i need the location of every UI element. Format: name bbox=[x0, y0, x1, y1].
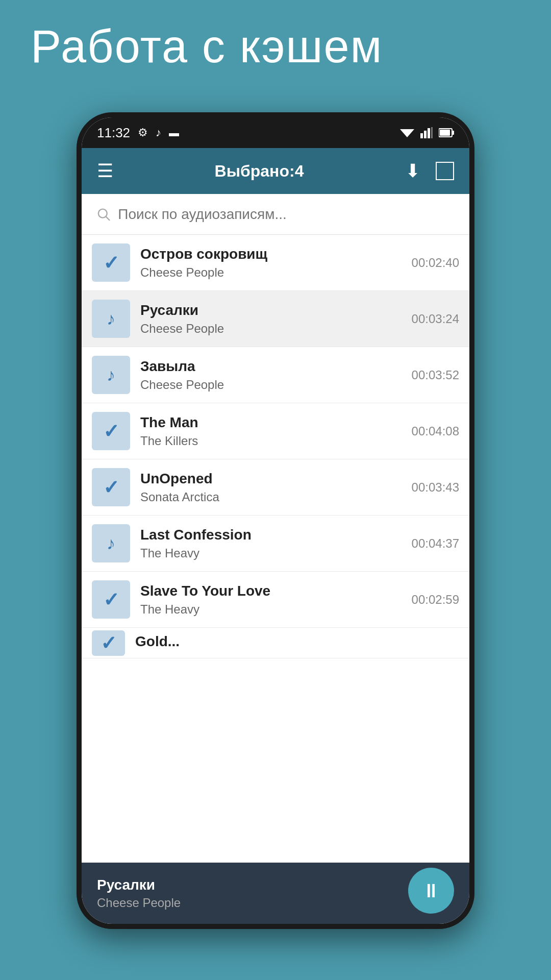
search-icon bbox=[97, 207, 110, 222]
check-icon-4: ✓ bbox=[103, 420, 119, 443]
track-thumb-7: ✓ bbox=[92, 580, 130, 619]
search-bar[interactable] bbox=[82, 194, 469, 235]
track-name-3: Завыла bbox=[140, 358, 407, 375]
track-list: ✓ Остров сокровищ Cheese People 00:02:40… bbox=[82, 235, 469, 863]
check-icon-8: ✓ bbox=[101, 632, 117, 654]
check-icon-7: ✓ bbox=[103, 589, 119, 611]
track-name-8: Gold... bbox=[135, 633, 459, 650]
track-item[interactable]: ♪ Last Confession The Heavy 00:04:37 bbox=[82, 516, 469, 572]
player-bar: Русалки Cheese People ⏸ bbox=[82, 863, 469, 924]
track-info-6: Last Confession The Heavy bbox=[140, 527, 407, 560]
track-name-5: UnOpened bbox=[140, 471, 407, 487]
signal-icon bbox=[420, 127, 433, 138]
track-thumb-4: ✓ bbox=[92, 412, 130, 450]
toolbar-title: Выбрано:4 bbox=[215, 162, 304, 181]
phone-frame: 11:32 ⚙ ♪ ▬ bbox=[77, 112, 474, 929]
track-duration-1: 00:02:40 bbox=[412, 256, 459, 270]
track-name-4: The Man bbox=[140, 414, 407, 431]
page-title: Работа с кэшем bbox=[31, 20, 383, 73]
player-artist: Cheese People bbox=[97, 896, 181, 910]
pause-button[interactable]: ⏸ bbox=[408, 868, 454, 914]
svg-marker-0 bbox=[400, 129, 414, 137]
svg-rect-3 bbox=[428, 128, 430, 138]
track-name-6: Last Confession bbox=[140, 527, 407, 543]
toolbar: ☰ Выбрано:4 ⬇ bbox=[82, 148, 469, 194]
menu-icon[interactable]: ☰ bbox=[97, 160, 113, 182]
track-duration-3: 00:03:52 bbox=[412, 368, 459, 382]
svg-rect-2 bbox=[424, 131, 427, 138]
track-info-2: Русалки Cheese People bbox=[140, 302, 407, 336]
svg-rect-6 bbox=[452, 131, 454, 135]
note-icon-3: ♪ bbox=[107, 365, 115, 385]
track-artist-7: The Heavy bbox=[140, 602, 407, 617]
track-info-1: Остров сокровищ Cheese People bbox=[140, 246, 407, 280]
track-thumb-8: ✓ bbox=[92, 630, 125, 656]
track-info-4: The Man The Killers bbox=[140, 414, 407, 448]
track-duration-5: 00:03:43 bbox=[412, 480, 459, 495]
track-thumb-3: ♪ bbox=[92, 356, 130, 394]
svg-rect-7 bbox=[440, 130, 450, 136]
track-item[interactable]: ✓ Остров сокровищ Cheese People 00:02:40 bbox=[82, 235, 469, 291]
track-thumb-2: ♪ bbox=[92, 300, 130, 338]
toolbar-icons: ⬇ bbox=[405, 160, 454, 182]
track-item[interactable]: ♪ Завыла Cheese People 00:03:52 bbox=[82, 347, 469, 403]
track-item[interactable]: ✓ Slave To Your Love The Heavy 00:02:59 bbox=[82, 572, 469, 628]
track-artist-6: The Heavy bbox=[140, 546, 407, 560]
track-artist-4: The Killers bbox=[140, 434, 407, 448]
settings-icon: ⚙ bbox=[138, 126, 148, 139]
track-artist-5: Sonata Arctica bbox=[140, 490, 407, 504]
track-duration-7: 00:02:59 bbox=[412, 593, 459, 607]
player-track: Русалки bbox=[97, 877, 181, 893]
status-right bbox=[400, 127, 454, 138]
track-info-5: UnOpened Sonata Arctica bbox=[140, 471, 407, 504]
track-item[interactable]: ✓ UnOpened Sonata Arctica 00:03:43 bbox=[82, 459, 469, 516]
status-time: 11:32 bbox=[97, 125, 130, 141]
music-note-icon: ♪ bbox=[156, 126, 161, 139]
player-info: Русалки Cheese People bbox=[97, 877, 181, 910]
track-name-1: Остров сокровищ bbox=[140, 246, 407, 262]
sim-icon: ▬ bbox=[169, 127, 179, 139]
battery-icon bbox=[439, 128, 454, 138]
track-info-7: Slave To Your Love The Heavy bbox=[140, 583, 407, 617]
wifi-icon bbox=[400, 127, 414, 138]
check-icon-5: ✓ bbox=[103, 476, 119, 499]
note-icon-2: ♪ bbox=[107, 309, 115, 329]
track-artist-2: Cheese People bbox=[140, 322, 407, 336]
pause-icon: ⏸ bbox=[421, 880, 441, 902]
track-artist-1: Cheese People bbox=[140, 265, 407, 280]
svg-rect-1 bbox=[420, 133, 423, 138]
download-icon[interactable]: ⬇ bbox=[405, 160, 420, 182]
check-icon-1: ✓ bbox=[103, 252, 119, 274]
note-icon-6: ♪ bbox=[107, 533, 115, 553]
search-input[interactable] bbox=[118, 206, 454, 223]
track-item-partial[interactable]: ✓ Gold... bbox=[82, 628, 469, 658]
track-duration-6: 00:04:37 bbox=[412, 536, 459, 551]
track-artist-3: Cheese People bbox=[140, 378, 407, 392]
track-info-8: Gold... bbox=[135, 633, 459, 653]
track-duration-2: 00:03:24 bbox=[412, 312, 459, 326]
phone-screen: 11:32 ⚙ ♪ ▬ bbox=[82, 117, 469, 924]
select-all-icon[interactable] bbox=[436, 162, 454, 180]
track-duration-4: 00:04:08 bbox=[412, 424, 459, 438]
track-thumb-1: ✓ bbox=[92, 243, 130, 282]
status-left: 11:32 ⚙ ♪ ▬ bbox=[97, 125, 179, 141]
svg-line-9 bbox=[106, 216, 110, 220]
track-thumb-5: ✓ bbox=[92, 468, 130, 506]
track-name-2: Русалки bbox=[140, 302, 407, 318]
track-item[interactable]: ♪ Русалки Cheese People 00:03:24 bbox=[82, 291, 469, 347]
track-info-3: Завыла Cheese People bbox=[140, 358, 407, 392]
track-item[interactable]: ✓ The Man The Killers 00:04:08 bbox=[82, 403, 469, 459]
status-bar: 11:32 ⚙ ♪ ▬ bbox=[82, 117, 469, 148]
svg-rect-4 bbox=[431, 127, 433, 138]
track-thumb-6: ♪ bbox=[92, 524, 130, 562]
track-name-7: Slave To Your Love bbox=[140, 583, 407, 599]
